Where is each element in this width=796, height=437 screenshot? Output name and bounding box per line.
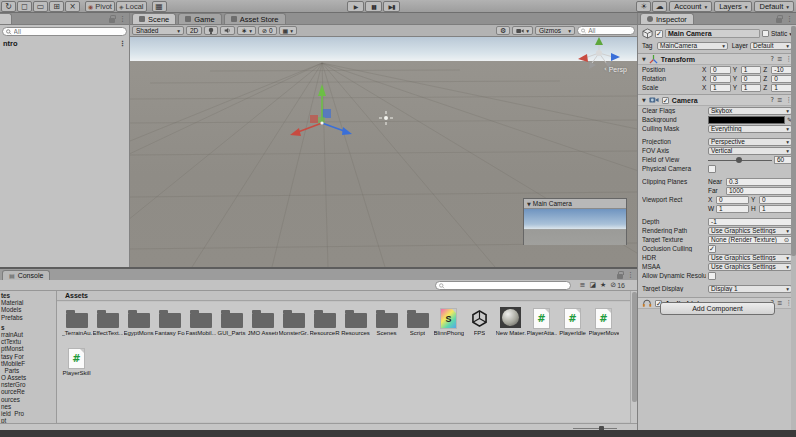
hierarchy-search[interactable]: [2, 27, 127, 36]
rotate-tool-button[interactable]: ↻: [1, 1, 16, 12]
folder-tree-item[interactable]: ourceRe: [0, 388, 56, 395]
folder-tree-item[interactable]: Material: [0, 299, 56, 306]
lock-icon[interactable]: [617, 274, 623, 279]
foldout-icon[interactable]: ▼: [642, 97, 646, 103]
folder-tree-item[interactable]: _Parts: [0, 367, 56, 374]
tab-asset-store[interactable]: Asset Store: [224, 13, 286, 24]
help-icon[interactable]: ?: [771, 55, 774, 63]
gameobject-name-field[interactable]: Main Camera: [665, 29, 760, 38]
tab-inspector[interactable]: Inspector: [640, 13, 694, 24]
pivot-toggle-button[interactable]: ◉ Pivot: [85, 1, 115, 12]
target-display-dropdown[interactable]: Display 1▾: [708, 285, 792, 293]
scene-viewport[interactable]: ‹ Persp ▼ Main Camera: [130, 37, 637, 267]
tab-game[interactable]: Game: [178, 13, 221, 24]
scale-y-field[interactable]: 1: [741, 84, 762, 92]
asset-tile[interactable]: # S EgyptMons...: [123, 304, 154, 344]
fov-axis-dropdown[interactable]: Vertical▾: [708, 147, 792, 155]
scene-effects-dropdown[interactable]: ∗ ▾: [237, 26, 256, 35]
viewport-x-field[interactable]: 0: [716, 196, 749, 204]
scale-x-field[interactable]: 1: [710, 84, 731, 92]
asset-tile[interactable]: # S JMO Assets: [247, 304, 278, 344]
asset-tile[interactable]: # S New Mater...: [495, 304, 526, 344]
folder-tree-item[interactable]: O Assets: [0, 374, 56, 381]
favorites-star-icon[interactable]: ★: [600, 281, 606, 289]
folder-tree-item[interactable]: Models: [0, 306, 56, 313]
scene-search[interactable]: [577, 26, 635, 35]
position-z-field[interactable]: -10: [771, 66, 792, 74]
viewport-w-field[interactable]: 1: [716, 205, 749, 213]
lock-icon[interactable]: [776, 18, 782, 23]
menu-icon[interactable]: ⋮: [119, 15, 126, 23]
hierarchy-search-input[interactable]: [14, 28, 123, 35]
scene-root-item[interactable]: ntro ⋮: [0, 39, 129, 48]
asset-tile[interactable]: # S FPS: [464, 304, 495, 344]
scale-tool-button[interactable]: ◻: [17, 1, 32, 12]
asset-tile[interactable]: # S EffectText...: [92, 304, 123, 344]
asset-tile[interactable]: # S Resources: [340, 304, 371, 344]
tab-hierarchy[interactable]: Hierarchy: [0, 13, 12, 24]
tag-dropdown[interactable]: MainCamera ▾: [657, 42, 728, 50]
asset-tile[interactable]: # S BlinnPhong: [433, 304, 464, 344]
account-dropdown[interactable]: Account ▾: [669, 1, 712, 12]
help-icon[interactable]: ?: [771, 96, 774, 104]
folder-tree-item[interactable]: tes: [0, 292, 56, 299]
asset-tile[interactable]: # S Fantasy Fo...: [154, 304, 185, 344]
light-flare-icon[interactable]: [378, 110, 394, 126]
shading-mode-dropdown[interactable]: Shaded ▾: [132, 26, 184, 35]
project-search[interactable]: [435, 281, 571, 290]
target-texture-field[interactable]: None (Render Texture)⊙: [708, 236, 792, 244]
perspective-label[interactable]: ‹ Persp: [604, 65, 627, 73]
menu-icon[interactable]: ⋮: [786, 15, 793, 23]
rotation-z-field[interactable]: 0: [771, 75, 792, 83]
hdr-dropdown[interactable]: Use Graphics Settings▾: [708, 254, 792, 262]
position-x-field[interactable]: 0: [710, 66, 731, 74]
static-checkbox[interactable]: [762, 30, 769, 37]
scene-grid-dropdown[interactable]: ▦ ▾: [279, 26, 297, 35]
rect-tool-button[interactable]: ▭: [33, 1, 48, 12]
layers-dropdown[interactable]: Layers ▾: [714, 1, 752, 12]
move-gizmo[interactable]: [282, 77, 362, 147]
asset-tile[interactable]: # S GUI_Parts: [216, 304, 247, 344]
camera-enabled-checkbox[interactable]: ✓: [662, 97, 669, 104]
scene-audio-button[interactable]: [220, 26, 235, 35]
asset-tile[interactable]: # S _TerrainAu...: [61, 304, 92, 344]
local-toggle-button[interactable]: ◈ Local: [116, 1, 147, 12]
inspector-scrollbar[interactable]: [791, 26, 796, 430]
tab-scene[interactable]: Scene: [132, 13, 176, 24]
asset-tile[interactable]: # S Scenes: [371, 304, 402, 344]
dynamic-resolution-checkbox[interactable]: [708, 272, 716, 280]
foldout-icon[interactable]: ▼: [642, 56, 646, 62]
position-y-field[interactable]: 1: [741, 66, 762, 74]
asset-tile[interactable]: # S Script: [402, 304, 433, 344]
msaa-dropdown[interactable]: Use Graphics Settings▾: [708, 263, 792, 271]
folder-tree-item[interactable]: ources: [0, 396, 56, 403]
step-button[interactable]: ▶▮: [383, 1, 400, 12]
layout-dropdown[interactable]: Default ▾: [754, 1, 794, 12]
tab-console[interactable]: ▤ Console: [2, 270, 50, 280]
viewport-y-field[interactable]: 0: [759, 196, 792, 204]
add-component-button[interactable]: Add Component: [660, 302, 775, 315]
scene-camera-dropdown[interactable]: ▾: [512, 26, 533, 35]
inspector-scrollbar-thumb[interactable]: [791, 26, 796, 256]
2d-toggle-button[interactable]: 2D: [186, 26, 202, 35]
background-color-swatch[interactable]: [708, 116, 785, 124]
occlusion-culling-checkbox[interactable]: ✓: [708, 245, 716, 253]
project-scrollbar-thumb[interactable]: [632, 292, 637, 402]
rotation-y-field[interactable]: 0: [741, 75, 762, 83]
scene-search-input[interactable]: [588, 27, 631, 34]
folder-tree-item[interactable]: rrainAut: [0, 331, 56, 338]
search-by-type-icon[interactable]: ≡: [580, 281, 586, 289]
scale-z-field[interactable]: 1: [771, 84, 792, 92]
play-button[interactable]: ▶: [347, 1, 364, 12]
hidden-count-toggle[interactable]: ⊘ 16: [610, 281, 625, 289]
brightness-icon-button[interactable]: ☀: [636, 1, 651, 12]
folder-tree-item[interactable]: tasy For: [0, 353, 56, 360]
asset-tile[interactable]: # S ResourceR...: [309, 304, 340, 344]
folder-tree-item[interactable]: nes: [0, 403, 56, 410]
scene-lighting-button[interactable]: [204, 26, 218, 35]
asset-tile[interactable]: # S FastMobil...: [185, 304, 216, 344]
fov-slider-thumb[interactable]: [736, 157, 742, 163]
asset-tile[interactable]: # S MonsterGr...: [278, 304, 309, 344]
folder-tree-item[interactable]: ptMonst: [0, 345, 56, 352]
fov-value-field[interactable]: 60: [774, 156, 792, 164]
